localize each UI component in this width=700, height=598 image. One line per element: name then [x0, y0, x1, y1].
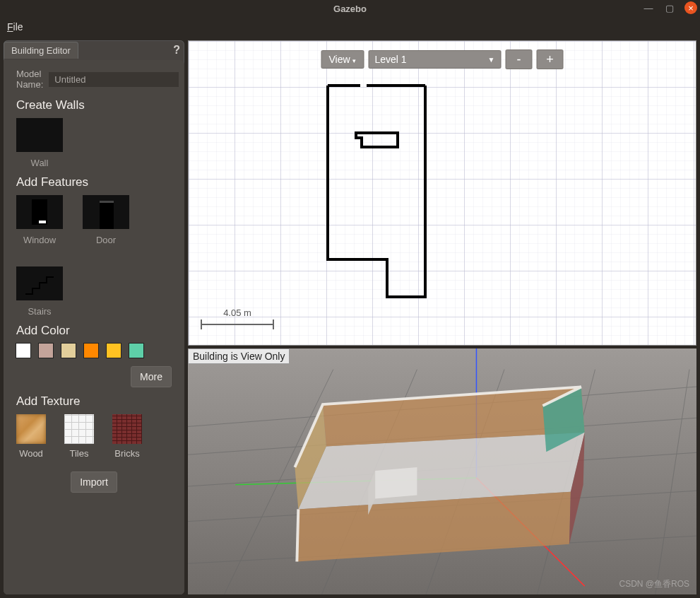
wood-icon: [16, 414, 46, 444]
3d-scene: [188, 348, 696, 594]
zoom-out-button[interactable]: -: [505, 49, 532, 69]
palette-door[interactable]: Door: [83, 195, 129, 245]
sidebar: Building Editor ? Model Name: Create Wal…: [4, 40, 184, 594]
color-swatch-gold[interactable]: [107, 344, 121, 358]
color-swatches: [16, 344, 172, 358]
view-only-badge: Building is View Only: [188, 348, 290, 364]
texture-bricks[interactable]: Bricks: [112, 414, 142, 459]
model-name-label: Model Name:: [16, 69, 43, 90]
color-swatch-teal[interactable]: [129, 344, 143, 358]
door-icon: [83, 195, 129, 229]
section-add-color: Add Color: [16, 324, 172, 338]
close-button[interactable]: ×: [684, 1, 697, 14]
tab-building-editor[interactable]: Building Editor: [4, 42, 78, 59]
model-name-input[interactable]: [49, 72, 179, 87]
watermark: CSDN @鱼香ROS: [619, 578, 689, 590]
title-bar: Gazebo — ▢ ×: [0, 0, 700, 17]
import-button[interactable]: Import: [71, 471, 117, 493]
color-swatch-white[interactable]: [16, 344, 30, 358]
section-add-features: Add Features: [16, 175, 172, 189]
help-icon[interactable]: ?: [173, 44, 180, 57]
window-icon: [16, 195, 63, 229]
palette-wall[interactable]: Wall: [16, 118, 63, 168]
floorplan-drawing: [189, 41, 692, 346]
sidebar-panel: Model Name: Create Walls Wall Add Featur…: [4, 60, 184, 594]
more-colors-button[interactable]: More: [131, 366, 172, 387]
texture-wood[interactable]: Wood: [16, 414, 46, 459]
window-title: Gazebo: [333, 4, 367, 14]
scale-reference: 4.05 m: [198, 307, 276, 329]
view-dropdown-button[interactable]: View ▾: [321, 50, 364, 69]
minimize-button[interactable]: —: [642, 1, 655, 14]
menu-bar: File: [0, 17, 700, 37]
menu-file[interactable]: File: [7, 21, 23, 33]
chevron-down-icon: ▼: [488, 56, 495, 64]
color-swatch-orange[interactable]: [84, 344, 98, 358]
color-swatch-beige[interactable]: [61, 344, 76, 358]
plan-view[interactable]: View ▾ Level 1 ▼ - + 4.05 m: [188, 40, 696, 346]
sidebar-tab-header: Building Editor ?: [4, 40, 184, 60]
palette-window[interactable]: Window: [16, 195, 63, 245]
bricks-icon: [112, 414, 142, 444]
wall-icon: [16, 118, 63, 152]
stairs-icon: [16, 266, 63, 300]
window-controls: — ▢ ×: [642, 1, 697, 14]
3d-view[interactable]: Building is View Only: [188, 348, 696, 594]
maximize-button[interactable]: ▢: [663, 1, 676, 14]
plan-toolbar: View ▾ Level 1 ▼ - +: [321, 49, 564, 69]
palette-stairs[interactable]: Stairs: [16, 266, 63, 317]
svg-marker-21: [375, 467, 417, 498]
main-area: View ▾ Level 1 ▼ - + 4.05 m: [188, 40, 696, 594]
section-add-texture: Add Texture: [16, 394, 172, 409]
texture-tiles[interactable]: Tiles: [64, 414, 94, 459]
tiles-icon: [64, 414, 94, 444]
color-swatch-tan[interactable]: [39, 344, 53, 358]
level-select[interactable]: Level 1 ▼: [368, 50, 501, 69]
zoom-in-button[interactable]: +: [536, 49, 563, 69]
section-create-walls: Create Walls: [16, 98, 172, 112]
svg-line-14: [655, 370, 689, 594]
